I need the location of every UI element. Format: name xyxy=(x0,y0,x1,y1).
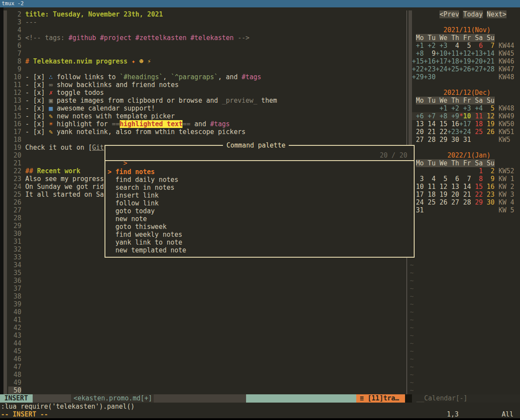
editor-line-6[interactable]: 6 xyxy=(8,42,25,50)
editor-line-44[interactable]: 44 xyxy=(8,339,25,347)
editor-line-11[interactable]: 11- [x] ∞ show backlinks and friend note… xyxy=(8,81,179,89)
editor-line-13[interactable]: 13- [x] ▣ paste images from clipboard or… xyxy=(8,97,277,104)
editor-line-8[interactable]: 8# Telekasten.nvim progress ✦ ☻ ⚡ xyxy=(8,57,151,65)
calendar-today-button[interactable]: Today xyxy=(463,10,483,18)
editor-line-48[interactable]: 48 xyxy=(8,371,25,379)
editor-line-20[interactable]: 20 xyxy=(8,151,25,159)
editor-line-41[interactable]: 41 xyxy=(8,316,25,324)
editor-line-45[interactable]: 45 xyxy=(8,347,25,355)
filename-segment: <ekasten.promo.md[+] xyxy=(71,394,154,403)
calendar-week-row[interactable]: 3 4 5 6 7 8 9 KW 1 xyxy=(412,175,514,183)
tabline-segment[interactable]: ≡ [11]tra… xyxy=(356,394,405,403)
text-segment: 15 xyxy=(471,183,483,191)
palette-item[interactable]: goto today xyxy=(108,207,155,215)
palette-prompt-input[interactable]: > xyxy=(108,151,127,159)
editor-line-17[interactable]: 17- [x] ✎ yank notelink, also from wthin… xyxy=(8,128,246,136)
palette-item[interactable]: new note xyxy=(108,215,147,223)
calendar-week-row[interactable]: 1 2 KW52 xyxy=(412,167,514,175)
editor-line-10[interactable]: 10- [x] ∴ follow links to `#headings`, `… xyxy=(8,73,261,81)
editor-line-23[interactable]: 23Also see my progress xyxy=(8,175,104,183)
text-segment xyxy=(412,89,443,97)
calendar-week-row[interactable]: +6 +7 +8 +9*10 11 12 KW49 xyxy=(412,112,514,120)
calendar-week-row[interactable]: +1 +2 +3 4 5 6 7 KW44 xyxy=(412,42,514,50)
editor-line-36[interactable]: 36 xyxy=(8,277,25,285)
calendar-next-button[interactable]: Next> xyxy=(487,10,506,18)
editor-line-28[interactable]: 28 xyxy=(8,214,25,222)
text-segment: KW44 xyxy=(499,42,514,50)
calendar-week-row[interactable]: +15+16+17+18+19+20+21 KW46 xyxy=(412,57,514,65)
editor-line-14[interactable]: 14- [x] ▦ awesome calendar support! xyxy=(8,104,155,112)
editor-line-7[interactable]: 7 xyxy=(8,50,25,57)
scrollbar-strip[interactable] xyxy=(409,10,412,145)
text-segment: 30 xyxy=(483,198,495,206)
editor-line-47[interactable]: 47 xyxy=(8,363,25,371)
calendar-week-row[interactable]: 13 14 15 16+17 18 19 KW50 xyxy=(412,120,514,128)
statusline: INSERT main! <ekasten.promo.md[+] markdo… xyxy=(0,394,520,403)
calendar-prev-button[interactable]: <Prev xyxy=(439,10,459,18)
editor-line-9[interactable]: 9 xyxy=(8,65,25,73)
editor-line-31[interactable]: 31 xyxy=(8,238,25,245)
palette-item[interactable]: > find notes xyxy=(108,168,155,176)
editor-line-38[interactable]: 38 xyxy=(8,292,25,300)
editor-line-42[interactable]: 42 xyxy=(8,324,25,332)
palette-item[interactable]: find weekly notes xyxy=(108,231,182,239)
editor-line-39[interactable]: 39 xyxy=(8,300,25,308)
editor-line-12[interactable]: 12- [x] ✗ toggle todos xyxy=(8,89,104,97)
palette-item[interactable]: yank link to note xyxy=(108,239,182,246)
editor-line-29[interactable]: 29 xyxy=(8,222,25,230)
calendar-week-row[interactable]: +29+30 KW48 xyxy=(412,73,514,81)
text-segment: `^paragraps` xyxy=(171,73,218,81)
calendar-week-row[interactable]: 31 KW 5 xyxy=(412,206,514,214)
editor-line-21[interactable]: 21 xyxy=(8,159,25,167)
editor-line-35[interactable]: 35 xyxy=(8,269,25,277)
line-number: 10 xyxy=(8,73,21,81)
editor-line-22[interactable]: 22## Recent work xyxy=(8,167,80,175)
palette-item[interactable]: search in notes xyxy=(108,184,175,192)
calendar-week-row[interactable]: 27 28 29 30 31 KW5 xyxy=(412,136,510,144)
editor-line-18[interactable]: 18 xyxy=(8,136,25,144)
editor-line-2[interactable]: 2title: Tuesday, November 23th, 2021 xyxy=(8,10,163,18)
calendar-week-row[interactable]: 10 11 12 13 14 15 16 KW 2 xyxy=(412,183,514,191)
command-line[interactable]: :lua require('telekasten').panel() xyxy=(1,403,135,410)
editor-line-26[interactable]: 26 xyxy=(8,198,25,206)
palette-item[interactable]: new templated note xyxy=(108,246,186,254)
palette-item[interactable]: find daily notes xyxy=(108,176,179,184)
calendar-week-row[interactable]: +22+23+24+25+26+27+28 KW47 xyxy=(412,65,514,73)
editor-line-24[interactable]: 24On Sunday we got rid xyxy=(8,183,104,191)
editor-line-40[interactable]: 40 xyxy=(8,308,25,316)
calendar-week-row[interactable]: 20 21 22+23+24 25 26 KW51 xyxy=(412,128,514,136)
calendar-week-row[interactable]: 17 18 19 20 21 22 23 KW 3 xyxy=(412,191,514,198)
palette-item[interactable]: insert link xyxy=(108,192,159,199)
editor-line-25[interactable]: 25It all started on Sa xyxy=(8,191,104,198)
editor-line-4[interactable]: 4 xyxy=(8,26,25,34)
editor-line-33[interactable]: 33 xyxy=(8,253,25,261)
editor-line-34[interactable]: 34 xyxy=(8,261,25,269)
text-segment: 9 xyxy=(424,50,436,57)
editor-line-43[interactable]: 43 xyxy=(8,332,25,339)
editor-line-19[interactable]: 19Check it out on [Git xyxy=(8,144,104,151)
text-segment: On Sunday we got rid xyxy=(25,183,104,191)
editor-line-37[interactable]: 37 xyxy=(8,285,25,292)
palette-item[interactable]: follow link xyxy=(108,199,159,207)
line-number: 19 xyxy=(8,144,21,151)
editor-line-16[interactable]: 16- [x] ☀ highlight for ==highlighted te… xyxy=(8,120,230,128)
editor-line-46[interactable]: 46 xyxy=(8,355,25,363)
editor-line-50[interactable]: 50 xyxy=(8,386,25,394)
editor-line-27[interactable]: 27 xyxy=(8,206,25,214)
text-segment xyxy=(495,50,499,57)
editor-line-30[interactable]: 30 xyxy=(8,230,25,238)
pencil-icon: ✎ xyxy=(49,128,53,136)
editor-line-15[interactable]: 15- [x] ✎ new notes with template picker xyxy=(8,112,175,120)
cross-mark-icon: ✗ xyxy=(49,89,53,97)
editor-line-3[interactable]: 3--- xyxy=(8,18,37,26)
zap-icon: ⚡ xyxy=(147,57,151,65)
editor-line-32[interactable]: 32 xyxy=(8,245,25,253)
calendar-week-row[interactable]: +8 9+10+11+12+13+14 KW45 xyxy=(412,50,514,57)
calendar-week-row[interactable]: 24 25 26 27 28 29 30 KW 4 xyxy=(412,198,514,206)
text-segment: 19 xyxy=(483,120,495,128)
editor-line-5[interactable]: 5<!-- tags: #github #project #zettelkast… xyxy=(8,34,250,42)
calendar-week-row[interactable]: +1 +2 +3 +4 5 KW48 xyxy=(412,104,514,112)
editor-line-49[interactable]: 49 xyxy=(8,379,25,386)
text-segment: 18 xyxy=(471,120,483,128)
palette-item[interactable]: goto thisweek xyxy=(108,223,166,231)
